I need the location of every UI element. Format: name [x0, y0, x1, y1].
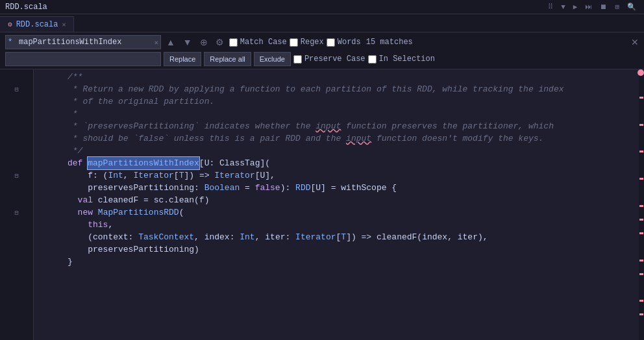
layout-icon[interactable]: ⊞ [612, 1, 622, 12]
code-line-8: def mapPartitionsWithIndex[U: ClassTag]( [34, 157, 644, 169]
search-header-icon[interactable]: 🔍 [625, 1, 639, 12]
regex-label[interactable]: Regex [290, 38, 324, 47]
code-line-6: * should be `false` unless this is a pai… [34, 132, 644, 145]
dropdown-icon[interactable]: ▼ [558, 2, 568, 12]
preserve-case-checkbox[interactable] [293, 55, 302, 64]
code-area[interactable]: /** * Return a new RDD by applying a fun… [34, 69, 644, 340]
code-line-7: */ [34, 145, 644, 157]
gutter-row-1 [0, 71, 33, 83]
code-line-5: * `preservesPartitioning` indicates whet… [34, 120, 644, 132]
scrollbar-marker-11 [639, 313, 643, 315]
preserve-case-label[interactable]: Preserve Case [293, 55, 365, 64]
settings-button[interactable]: ⚙ [213, 35, 227, 49]
play-icon[interactable]: ▶ [571, 1, 580, 12]
gutter-row-3 [0, 108, 33, 120]
scrollbar-marker-9 [639, 273, 643, 275]
code-line-9: f: (Int, Iterator[T]) => Iterator[U], [34, 169, 644, 182]
gutter-fold-2[interactable]: ⊟ [0, 169, 33, 182]
replace-button[interactable]: Replace [164, 52, 201, 66]
scrollbar-marker-5 [639, 205, 643, 207]
title-bar: RDD.scala ⠿ ▼ ▶ ⏭ ⏹ ⊞ 🔍 [0, 0, 644, 14]
scrollbar-marker-8 [639, 260, 643, 261]
gutter-row-16 [0, 293, 33, 305]
scrollbar-marker-1 [639, 97, 643, 99]
error-indicator [638, 69, 644, 76]
file-icon: ⚙ [8, 20, 12, 29]
code-line-10: preservesPartitioning: Boolean = false):… [34, 182, 644, 194]
close-search-button[interactable]: ✕ [631, 37, 639, 47]
code-line-14: (context: TaskContext, index: Int, iter:… [34, 231, 644, 243]
replace-all-button[interactable]: Replace all [204, 52, 251, 66]
code-line-2: * Return a new RDD by applying a functio… [34, 83, 644, 95]
code-line-1: /** [34, 71, 644, 83]
words-label[interactable]: Words [327, 38, 361, 47]
match-case-checkbox[interactable] [229, 38, 238, 47]
step-icon[interactable]: ⏭ [582, 1, 595, 12]
title-bar-icons: ⠿ ▼ ▶ ⏭ ⏹ ⊞ 🔍 [545, 1, 639, 12]
gutter-fold-3[interactable]: ⊟ [0, 206, 33, 219]
code-line-13: this, [34, 219, 644, 231]
scrollbar-marker-7 [639, 232, 643, 234]
code-line-16: } [34, 256, 644, 268]
active-tab[interactable]: ⚙ RDD.scala ✕ [0, 16, 74, 32]
find-input-container: * ✕ [5, 35, 161, 49]
scrollbar-marker-6 [639, 219, 643, 221]
scrollbar-marker-4 [639, 178, 643, 180]
code-line-15: preservesPartitioning) [34, 243, 644, 256]
gutter-fold-1[interactable]: ⊟ [0, 83, 33, 95]
scrollbar-marker-10 [639, 300, 643, 302]
prev-match-button[interactable]: ▲ [164, 35, 178, 49]
gutter-row-15 [0, 280, 33, 293]
gutter-row-2 [0, 95, 33, 108]
gutter: ⊟ ⊟ ⊟ [0, 69, 34, 340]
in-selection-checkbox[interactable] [368, 55, 377, 64]
search-clear-icon[interactable]: ✕ [154, 38, 158, 47]
tab-filename: RDD.scala [16, 20, 58, 29]
title-bar-text: RDD.scala [5, 3, 47, 12]
gutter-row-4 [0, 120, 33, 132]
replace-input[interactable] [5, 52, 161, 66]
scrollbar-marker-3 [639, 151, 643, 152]
matches-count: 15 matches [366, 38, 413, 47]
code-line-11: val cleanedF = sc.clean(f) [34, 194, 644, 206]
scrollbar-marker-2 [639, 124, 643, 126]
stop-icon[interactable]: ⏹ [597, 1, 610, 12]
search-row-2: Replace Replace all Exclude Preserve Cas… [5, 52, 639, 66]
exclude-button[interactable]: Exclude [254, 52, 291, 66]
code-line-4: * [34, 108, 644, 120]
find-input[interactable] [5, 35, 161, 49]
gutter-row-11 [0, 231, 33, 243]
scrollbar-markers [639, 69, 644, 340]
search-row-1: * ✕ ▲ ▼ ⊕ ⚙ Match Case Regex Words 15 ma… [5, 35, 639, 49]
next-match-button[interactable]: ▼ [180, 35, 195, 49]
gutter-row-12 [0, 243, 33, 256]
select-all-button[interactable]: ⊕ [197, 35, 210, 49]
match-case-label[interactable]: Match Case [229, 38, 287, 47]
code-line-3: * of the original partition. [34, 95, 644, 108]
search-area: * ✕ ▲ ▼ ⊕ ⚙ Match Case Regex Words 15 ma… [0, 32, 644, 69]
editor-area: ⊟ ⊟ ⊟ /** * Return a new RDD by applying… [0, 69, 644, 340]
words-checkbox[interactable] [327, 38, 335, 47]
gutter-row-10 [0, 219, 33, 231]
tab-close-icon[interactable]: ✕ [62, 21, 66, 29]
tab-bar: ⚙ RDD.scala ✕ [0, 14, 644, 32]
gutter-row-14 [0, 268, 33, 280]
gutter-row-7 [0, 157, 33, 169]
gutter-row-5 [0, 132, 33, 145]
gutter-row-8 [0, 182, 33, 194]
gutter-row-13 [0, 256, 33, 268]
in-selection-label[interactable]: In Selection [368, 55, 435, 64]
grid-icon[interactable]: ⠿ [545, 1, 556, 12]
gutter-row-6 [0, 145, 33, 157]
gutter-row-9 [0, 194, 33, 206]
code-line-12: new MapPartitionsRDD( [34, 206, 644, 219]
regex-checkbox[interactable] [290, 38, 298, 47]
